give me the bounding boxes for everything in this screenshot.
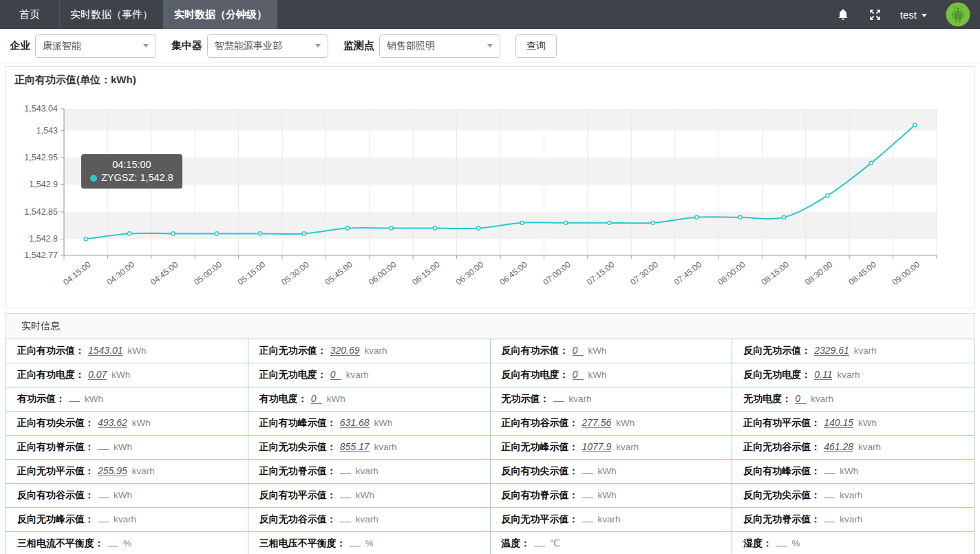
info-cell: 三相电压不平衡度：% [248,532,490,554]
metric-value-link[interactable]: 0 [795,394,806,404]
metric-unit: kvarh [114,514,136,524]
table-row: 反向无功峰示值：kvarh反向无功谷示值：kvarh反向无功平示值：kvarh反… [6,508,974,532]
concentrator-select[interactable]: 智慧能源事业部 [207,34,328,58]
metric-value-link[interactable] [69,401,80,402]
metric-value-link[interactable] [98,522,109,522]
metric-label: 有功示值： [17,393,65,404]
metric-label: 反向有功峰示值： [743,465,820,476]
info-cell: 正向无功尖示值：855.17kvarh [248,436,490,460]
svg-text:04:45:00: 04:45:00 [149,259,180,287]
info-cell: 有功示值：kWh [6,387,248,412]
metric-value-link[interactable]: 140.15 [824,418,853,428]
table-row: 三相电流不平衡度：%三相电压不平衡度：%温度：℃湿度：% [6,532,974,554]
nav-right-area: test [836,0,980,29]
svg-text:05:15:00: 05:15:00 [236,259,268,287]
metric-value-link[interactable]: 0 [573,346,584,356]
metric-unit: kvarh [598,514,621,524]
metric-unit: kWh [374,418,393,428]
metric-label: 正向无功电度： [259,369,327,380]
metric-value-link[interactable] [582,473,593,474]
info-cell: 温度：℃ [490,532,732,554]
metric-value-link[interactable]: 255.95 [98,467,127,476]
info-cell: 三相电流不平衡度：% [6,532,248,554]
nav-tab-home[interactable]: 首页 [0,0,59,29]
metric-value-link[interactable] [340,498,351,498]
chevron-down-icon [315,44,321,47]
metric-value-link[interactable] [553,401,564,402]
realtime-info-table: 正向有功示值：1543.01kWh正向无功示值：320.69kvarh反向有功示… [6,339,974,554]
metric-value-link[interactable] [824,498,835,498]
metric-label: 正向无功平示值： [17,465,94,476]
metric-value-link[interactable]: 461.28 [824,443,853,452]
metric-value-link[interactable]: 855.17 [340,443,370,452]
metric-label: 正向无功示值： [259,345,327,356]
metric-value-link[interactable]: 277.56 [582,418,612,428]
top-navigation: 首页 实时数据（事件） 实时数据（分钟级） test [0,0,980,29]
metric-value-link[interactable] [534,546,545,546]
metric-label: 反向有功电度： [502,369,569,380]
metric-unit: kWh [128,345,147,356]
metric-label: 反向有功平示值： [259,489,337,500]
info-cell: 反向无功平示值：kvarh [490,508,732,532]
metric-value-link[interactable]: 631.68 [340,418,370,428]
realtime-info-header: 实时信息 [6,313,974,339]
metric-value-link[interactable] [824,473,835,474]
metric-unit: kvarh [356,514,379,524]
metric-unit: kvarh [811,394,833,404]
metric-unit: kWh [356,490,374,500]
metric-value-link[interactable]: 0 [330,370,341,380]
metric-value-link[interactable] [582,498,593,498]
metric-unit: kvarh [365,345,387,356]
info-cell: 反向有功尖示值：kWh [490,460,732,484]
metric-unit: kvarh [132,466,155,476]
metric-value-link[interactable]: 0 [311,394,322,404]
svg-text:07:15:00: 07:15:00 [585,259,617,287]
query-button[interactable]: 查询 [515,34,557,58]
enterprise-select[interactable]: 康派智能 [35,34,156,58]
monitor-point-select[interactable]: 销售部照明 [379,34,500,58]
metric-value-link[interactable] [98,449,109,450]
metric-unit: kWh [111,370,130,380]
user-name: test [900,9,917,21]
metric-value-link[interactable] [824,522,835,522]
table-row: 有功示值：kWh有功电度：0kWh无功示值：kvarh无功电度：0kvarh [6,387,974,412]
user-menu[interactable]: test [900,9,927,21]
info-cell: 正向有功脊示值：kWh [6,436,248,460]
svg-text:08:30:00: 08:30:00 [803,259,835,287]
metric-value-link[interactable]: 1077.9 [582,443,612,452]
metric-unit: kWh [588,370,607,380]
metric-value-link[interactable] [776,546,787,546]
metric-label: 反向有功脊示值： [502,489,579,500]
metric-unit: kWh [598,466,617,476]
line-chart-canvas[interactable]: 1,543.041,5431,542.951,542.91,542.851,54… [6,89,972,308]
metric-value-link[interactable] [340,522,351,522]
fullscreen-icon[interactable] [869,8,882,21]
metric-unit: kWh [327,394,345,404]
metric-value-link[interactable]: 320.69 [330,346,360,356]
metric-value-link[interactable] [107,546,118,546]
metric-unit: kWh [840,466,858,476]
metric-value-link[interactable] [350,546,361,546]
metric-value-link[interactable]: 2329.61 [814,346,849,356]
info-cell: 反向无功峰示值：kvarh [6,508,248,532]
metric-value-link[interactable] [98,498,109,498]
metric-label: 正向无功脊示值： [259,465,337,476]
metric-label: 正向有功示值： [17,345,85,356]
svg-text:06:30:00: 06:30:00 [454,259,486,287]
android-avatar[interactable] [946,2,970,27]
info-cell: 反向有功平示值：kWh [248,484,490,508]
bell-icon[interactable] [836,8,850,22]
metric-value-link[interactable]: 0 [573,370,584,380]
metric-unit: kWh [132,418,151,428]
nav-tab-realtime-event[interactable]: 实时数据（事件） [59,0,163,29]
metric-value-link[interactable]: 0.11 [814,370,832,380]
info-cell: 反向有功脊示值：kWh [490,484,732,508]
nav-tab-realtime-minute[interactable]: 实时数据（分钟级） [163,0,277,29]
metric-value-link[interactable] [340,473,351,474]
metric-value-link[interactable]: 1543.01 [88,346,123,356]
svg-text:06:00:00: 06:00:00 [367,259,398,287]
metric-label: 反向无功示值： [743,345,811,356]
metric-value-link[interactable]: 493.62 [98,418,127,428]
metric-value-link[interactable] [582,522,593,522]
metric-value-link[interactable]: 0.07 [88,370,107,380]
